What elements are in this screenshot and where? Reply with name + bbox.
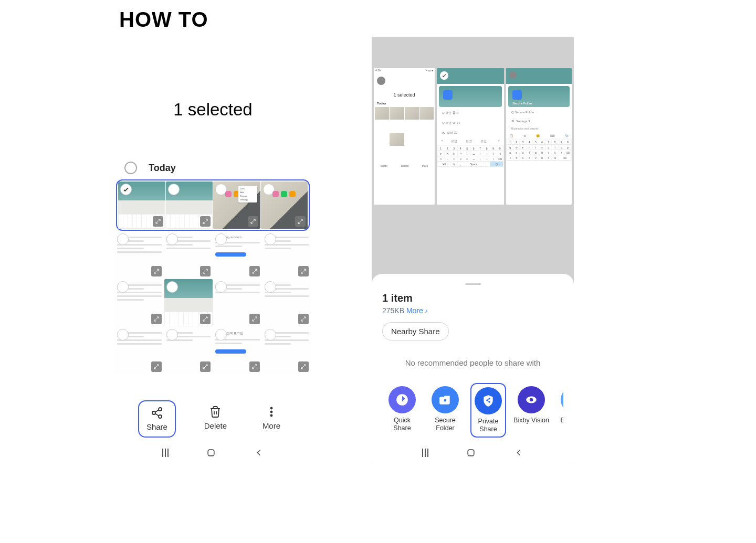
gallery-thumb[interactable]: LockAddCustomSettings bbox=[213, 182, 260, 229]
svg-point-3 bbox=[270, 408, 272, 409]
expand-icon[interactable] bbox=[151, 361, 162, 372]
bixby-vision-icon bbox=[518, 386, 545, 413]
gallery-thumb[interactable] bbox=[262, 279, 311, 326]
app-label: Bluetooth bbox=[561, 417, 563, 424]
gallery-thumb[interactable]: Samsung account bbox=[213, 231, 262, 279]
thumb-checkbox[interactable] bbox=[265, 233, 276, 245]
expand-icon[interactable] bbox=[249, 266, 260, 276]
selection-count: 1 selected bbox=[112, 37, 314, 162]
nearby-share-chip[interactable]: Nearby Share bbox=[382, 322, 449, 340]
expand-icon[interactable] bbox=[249, 314, 260, 324]
thumb-checkbox-checked[interactable] bbox=[120, 184, 132, 195]
gallery-thumb[interactable] bbox=[115, 231, 164, 279]
no-recommendations-text: No recommended people to share with bbox=[382, 340, 563, 383]
share-icon bbox=[151, 407, 163, 419]
check-icon bbox=[122, 186, 130, 193]
thumb-checkbox[interactable] bbox=[215, 233, 227, 245]
app-label: Secure Folder bbox=[427, 417, 463, 432]
thumb-checkbox[interactable] bbox=[265, 281, 276, 293]
mini-date: Today bbox=[374, 101, 435, 106]
thumb-checkbox[interactable] bbox=[117, 233, 129, 245]
nav-recents-icon[interactable] bbox=[422, 449, 428, 457]
nav-recents-icon[interactable] bbox=[162, 449, 169, 457]
mini-screenshot-search-kr: Q 보안 폴더 Q 보안 Wi-Fi ⚙설정 12 <보안보고보안…> 1234… bbox=[437, 68, 504, 205]
nav-bar bbox=[112, 443, 314, 463]
app-private-share[interactable]: Private Share bbox=[470, 383, 506, 438]
thumb-checkbox[interactable] bbox=[166, 281, 178, 293]
mini-app-icon bbox=[512, 90, 522, 100]
mini-selected-text: 1 selected bbox=[374, 88, 435, 101]
thumb-checkbox[interactable] bbox=[166, 233, 178, 245]
gallery-thumb[interactable] bbox=[115, 279, 164, 326]
app-label: Bixby Vision bbox=[513, 417, 549, 424]
gallery-grid: LockAddCustomSettings bbox=[112, 179, 314, 374]
gallery-thumb[interactable]: 삼성 계정에 로그인 bbox=[213, 327, 262, 374]
thumb-checkbox[interactable] bbox=[265, 329, 276, 340]
expand-icon[interactable] bbox=[248, 216, 258, 227]
gallery-thumb[interactable] bbox=[261, 182, 308, 229]
delete-button[interactable]: Delete bbox=[197, 400, 234, 438]
gallery-thumb[interactable] bbox=[164, 279, 213, 326]
thumb-checkbox[interactable] bbox=[168, 184, 180, 195]
trash-icon bbox=[209, 406, 222, 418]
more-button[interactable]: More bbox=[255, 400, 288, 438]
expand-icon[interactable] bbox=[200, 216, 211, 227]
expand-icon[interactable] bbox=[298, 314, 309, 324]
thumb-context-menu: LockAddCustomSettings bbox=[238, 186, 257, 203]
thumb-checkbox[interactable] bbox=[215, 281, 227, 293]
expand-icon[interactable] bbox=[249, 361, 260, 372]
gallery-thumb[interactable] bbox=[262, 231, 311, 279]
expand-icon[interactable] bbox=[295, 216, 306, 227]
gallery-row bbox=[115, 279, 311, 326]
gallery-thumb[interactable] bbox=[164, 231, 213, 279]
gallery-thumb[interactable] bbox=[213, 279, 262, 326]
app-bluetooth[interactable]: Bluetooth bbox=[556, 383, 563, 438]
mini-screenshot-gallery: 4:36━ ▬ ■ 1 selected Today ShareDeleteMo… bbox=[374, 68, 435, 205]
nav-back-icon[interactable] bbox=[254, 448, 264, 458]
mini-teal-header bbox=[437, 68, 504, 84]
phone-gallery-select: 1 selected Today LockAddCustomSettin bbox=[112, 37, 314, 463]
gallery-thumb[interactable] bbox=[262, 327, 311, 374]
share-sheet: 1 item 275KB More › Nearby Share No reco… bbox=[372, 274, 574, 443]
phone-share-sheet: 4:36━ ▬ ■ 1 selected Today ShareDeleteMo… bbox=[372, 37, 574, 463]
more-link[interactable]: More › bbox=[406, 306, 427, 315]
mini-app-icon bbox=[443, 90, 453, 100]
expand-icon[interactable] bbox=[151, 314, 162, 324]
share-button[interactable]: Share bbox=[138, 400, 176, 438]
delete-label: Delete bbox=[204, 421, 227, 430]
mini-search-row: Q 보안 Wi-Fi bbox=[439, 119, 502, 127]
thumb-checkbox[interactable] bbox=[117, 329, 129, 340]
expand-icon[interactable] bbox=[200, 314, 211, 324]
nav-home-icon[interactable] bbox=[466, 448, 476, 458]
select-all-checkbox[interactable] bbox=[124, 162, 137, 174]
share-apps-row[interactable]: Quick Share Secure Folder Private Share … bbox=[382, 383, 563, 438]
expand-icon[interactable] bbox=[151, 266, 162, 276]
nav-home-icon[interactable] bbox=[206, 448, 216, 458]
app-bixby-vision[interactable]: Bixby Vision bbox=[513, 383, 549, 438]
svg-rect-6 bbox=[208, 450, 214, 456]
app-quick-share[interactable]: Quick Share bbox=[384, 383, 420, 438]
sheet-title: 1 item bbox=[382, 292, 563, 304]
expand-icon[interactable] bbox=[298, 361, 309, 372]
background-gallery: 4:36━ ▬ ■ 1 selected Today ShareDeleteMo… bbox=[372, 37, 574, 257]
gallery-thumb[interactable] bbox=[164, 327, 213, 374]
app-secure-folder[interactable]: Secure Folder bbox=[427, 383, 463, 438]
expand-icon[interactable] bbox=[153, 216, 163, 227]
expand-icon[interactable] bbox=[200, 266, 211, 276]
gallery-thumb[interactable] bbox=[115, 327, 164, 374]
sheet-drag-handle[interactable] bbox=[465, 283, 481, 285]
more-icon bbox=[265, 406, 278, 418]
gallery-thumb[interactable] bbox=[166, 182, 213, 229]
more-label: More bbox=[262, 421, 280, 430]
expand-icon[interactable] bbox=[298, 266, 309, 276]
mini-select-circle bbox=[509, 71, 517, 79]
mini-search-row: Q 보안 폴더 bbox=[439, 109, 502, 117]
thumb-checkbox[interactable] bbox=[117, 281, 129, 293]
gallery-thumb[interactable] bbox=[118, 182, 165, 229]
nav-back-icon[interactable] bbox=[513, 448, 524, 458]
thumb-checkbox[interactable] bbox=[215, 329, 227, 340]
thumb-checkbox[interactable] bbox=[166, 329, 178, 340]
svg-point-1 bbox=[152, 411, 155, 414]
date-section-header[interactable]: Today bbox=[112, 162, 314, 179]
expand-icon[interactable] bbox=[200, 361, 211, 372]
